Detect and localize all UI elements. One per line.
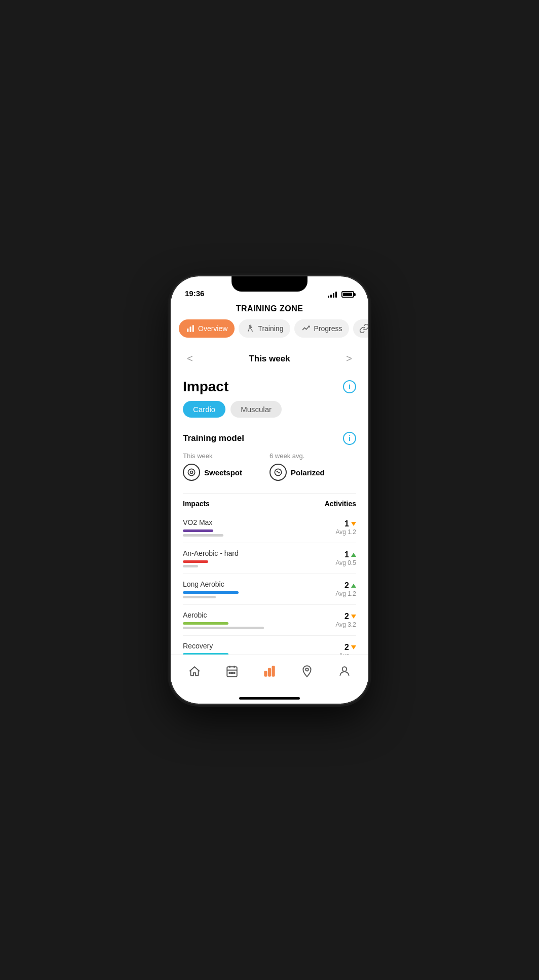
avg-model: Polarized (270, 464, 356, 481)
tab-progress[interactable]: Progress (294, 319, 349, 338)
app-header: TRAINING ZONE (171, 302, 368, 319)
aerobic-avg-bar (183, 627, 264, 629)
aerobic-current-bar (183, 622, 228, 625)
impact-row-anaerobic: An-Aerobic - hard 1 Avg 0.5 (183, 543, 356, 574)
impact-row-long-aerobic: Long Aerobic 2 Avg 1.2 (183, 574, 356, 604)
impact-section: Impact i Cardio Muscular (171, 375, 368, 432)
scroll-content: TRAINING ZONE Overview (171, 302, 368, 655)
phone-screen: 19:36 TRAINING ZONE (171, 276, 368, 704)
this-week-label: This week (183, 452, 270, 460)
home-icon (188, 665, 201, 678)
svg-rect-10 (234, 672, 235, 673)
impacts-col-right: Activities (325, 500, 356, 508)
home-indicator (239, 697, 300, 700)
svg-point-14 (305, 668, 308, 671)
recovery-count: 2 (326, 643, 356, 652)
tab-extra[interactable] (353, 319, 368, 338)
long-aerobic-trend-icon (351, 584, 356, 588)
next-week-button[interactable]: > (342, 351, 356, 366)
impact-info-button[interactable]: i (343, 380, 356, 393)
polarized-label: Polarized (291, 468, 325, 477)
sweetspot-icon (183, 464, 200, 481)
tab-overview[interactable]: Overview (179, 319, 235, 338)
svg-rect-8 (229, 672, 230, 673)
impact-tab-muscular[interactable]: Muscular (230, 401, 282, 418)
nav-home-button[interactable] (182, 663, 207, 680)
training-model-info-button[interactable]: i (343, 432, 356, 445)
training-info-label: i (349, 434, 351, 442)
anaerobic-bars (183, 560, 326, 567)
stats-icon (263, 665, 276, 678)
app-title: TRAINING ZONE (236, 304, 303, 313)
aerobic-right: 2 Avg 3.2 (326, 612, 356, 628)
svg-rect-7 (227, 667, 237, 677)
impact-row-aerobic: Aerobic 2 Avg 3.2 (183, 604, 356, 635)
long-aerobic-count: 2 (326, 581, 356, 590)
svg-point-15 (342, 667, 347, 671)
training-model-title: Training model (183, 433, 244, 443)
info-icon-label: i (349, 383, 351, 391)
overview-icon (186, 324, 195, 333)
impacts-section: Impacts Activities VO2 Max (171, 500, 368, 655)
long-aerobic-avg: Avg 1.2 (326, 590, 356, 597)
vo2max-bars (183, 529, 326, 537)
prev-week-button[interactable]: < (183, 351, 197, 366)
calendar-icon (225, 665, 239, 678)
avg-label: 6 week avg. (270, 452, 356, 460)
svg-rect-9 (232, 672, 233, 673)
anaerobic-name: An-Aerobic - hard (183, 549, 326, 557)
vo2max-right: 1 Avg 1.2 (326, 519, 356, 536)
nav-profile-button[interactable] (332, 663, 357, 680)
phone-frame: 19:36 TRAINING ZONE (171, 276, 368, 704)
anaerobic-right: 1 Avg 0.5 (326, 550, 356, 566)
profile-icon (338, 665, 351, 678)
impact-header: Impact i (183, 379, 356, 395)
extra-icon (359, 323, 368, 334)
week-label: This week (249, 354, 290, 364)
vo2max-name: VO2 Max (183, 518, 326, 526)
impact-tab-cardio[interactable]: Cardio (183, 401, 225, 418)
long-aerobic-current-bar (183, 591, 239, 594)
impacts-table-header: Impacts Activities (183, 500, 356, 508)
impact-row-recovery: Recovery 2 Avg ... (183, 635, 356, 655)
impact-tabs: Cardio Muscular (183, 401, 356, 418)
nav-calendar-button[interactable] (219, 663, 245, 680)
battery-icon (341, 291, 354, 298)
recovery-name: Recovery (183, 642, 326, 650)
long-aerobic-name: Long Aerobic (183, 580, 326, 588)
recovery-trend-icon (351, 645, 356, 649)
training-icon (246, 324, 255, 333)
training-label: Training (258, 324, 283, 333)
tab-training[interactable]: Training (239, 319, 290, 338)
svg-point-4 (188, 469, 195, 475)
impact-row-vo2max: VO2 Max 1 Avg 1.2 (183, 512, 356, 543)
vo2max-avg-bar (183, 534, 223, 537)
aerobic-avg: Avg 3.2 (326, 621, 356, 628)
anaerobic-trend-icon (351, 553, 356, 557)
impacts-col-left: Impacts (183, 500, 210, 508)
overview-label: Overview (198, 324, 227, 333)
aerobic-bars (183, 622, 326, 629)
training-model-cols: This week Sweetspot 6 we (183, 452, 356, 481)
notch (232, 276, 307, 292)
recovery-right: 2 Avg ... (326, 643, 356, 655)
anaerobic-avg-bar (183, 565, 198, 567)
svg-rect-11 (264, 671, 266, 676)
svg-rect-13 (272, 666, 274, 676)
bottom-navigation (171, 655, 368, 695)
divider-1 (183, 493, 356, 494)
sweetspot-label: Sweetspot (204, 468, 242, 477)
status-icons (328, 291, 354, 298)
vo2max-trend-icon (351, 522, 356, 526)
signal-bars-icon (328, 292, 337, 298)
location-icon (300, 665, 314, 678)
impact-title: Impact (183, 379, 228, 395)
anaerobic-count: 1 (326, 550, 356, 559)
long-aerobic-right: 2 Avg 1.2 (326, 581, 356, 597)
aerobic-count: 2 (326, 612, 356, 621)
vo2max-count: 1 (326, 519, 356, 528)
nav-stats-button[interactable] (257, 663, 282, 680)
nav-tabs: Overview Training (171, 319, 368, 346)
nav-location-button[interactable] (294, 663, 320, 680)
status-time: 19:36 (185, 289, 204, 298)
